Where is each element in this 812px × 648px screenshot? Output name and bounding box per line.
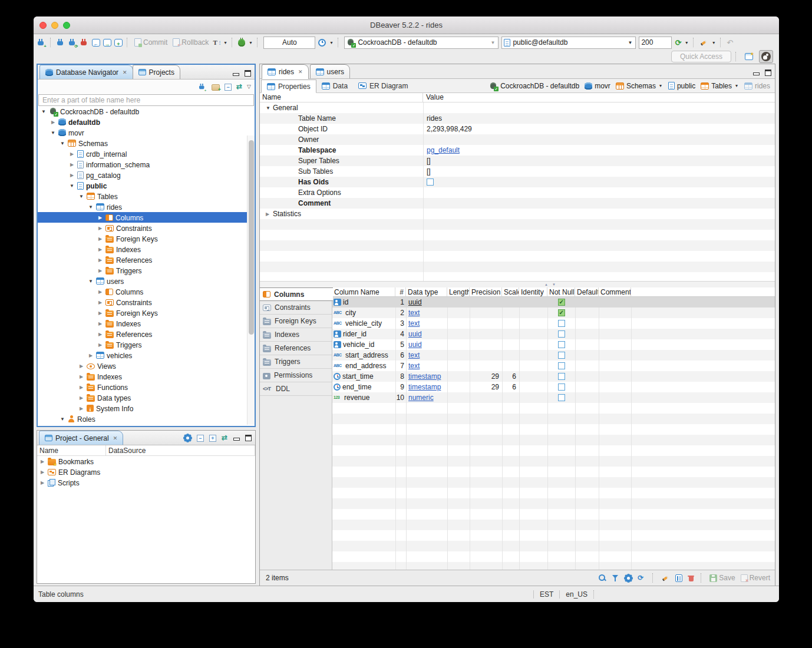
expander-icon[interactable]: ▶	[39, 470, 45, 475]
expander-icon[interactable]: ▶	[97, 310, 103, 316]
quick-access-field[interactable]: Quick Access	[671, 51, 731, 62]
tree-item-connection[interactable]: ▼CockroachDB - defaultdb	[38, 106, 255, 117]
refresh-icon[interactable]	[638, 574, 646, 582]
maximize-view-icon[interactable]	[765, 70, 771, 76]
column-header[interactable]: Not Null	[547, 287, 575, 296]
expander-icon[interactable]: ▶	[97, 257, 103, 263]
tree-item-rides-constraints[interactable]: ▶Constraints	[38, 223, 255, 233]
tree-item-functions[interactable]: ▶Functions	[38, 382, 255, 392]
rollback-button[interactable]: ↩ Rollback	[171, 38, 210, 47]
column-header-name[interactable]: Name	[37, 445, 106, 455]
collapse-all-icon[interactable]	[225, 84, 232, 91]
not-null-checkbox[interactable]	[558, 309, 565, 316]
expander-icon[interactable]: ▶	[97, 236, 103, 242]
data-type-link[interactable]: text	[408, 319, 420, 328]
connection-selector[interactable]: CockroachDB - defaultdb ▼	[344, 37, 499, 49]
property-row-tablespace[interactable]: Tablespacepg_default	[260, 145, 775, 156]
property-group-general[interactable]: ▼General	[260, 103, 775, 113]
link-with-editor-icon[interactable]: ⇄	[236, 82, 242, 91]
tree-item-tables[interactable]: ▼Tables	[38, 191, 255, 201]
not-null-checkbox[interactable]	[558, 373, 565, 380]
settings-gear-icon[interactable]	[184, 434, 192, 442]
dropdown-arrow-icon[interactable]: ▾	[329, 40, 334, 45]
side-tab-indexes[interactable]: Indexes	[260, 328, 332, 342]
expander-icon[interactable]: ▶	[97, 342, 103, 348]
expander-icon[interactable]: ▼	[60, 416, 65, 422]
transaction-log-icon[interactable]	[213, 39, 220, 47]
expander-icon[interactable]: ▶	[78, 363, 84, 369]
tree-item-rides-triggers[interactable]: ▶Triggers	[38, 265, 255, 276]
column-header[interactable]: Length	[447, 287, 470, 296]
tree-item-users-references[interactable]: ▶References	[38, 329, 255, 339]
expander-icon[interactable]: ▼	[50, 130, 56, 135]
title-bar[interactable]: DBeaver 5.2.2 - rides	[34, 16, 779, 34]
side-tab-triggers[interactable]: Triggers	[260, 355, 332, 369]
tree-item-vehicles[interactable]: ▶vehicles	[38, 350, 255, 361]
transaction-history-icon[interactable]	[318, 39, 326, 47]
expander-icon[interactable]: ▼	[266, 105, 271, 111]
table-row[interactable]: revenue 10 numeric	[332, 392, 775, 403]
side-tab-ddl[interactable]: DDL	[260, 382, 332, 396]
scrollbar-thumb[interactable]	[249, 140, 254, 335]
expander-icon[interactable]: ▶	[266, 211, 271, 217]
tree-item-er-diagrams[interactable]: ▶ER Diagrams	[37, 467, 255, 477]
tree-item-bookmarks[interactable]: ▶Bookmarks	[37, 456, 255, 467]
column-header-name[interactable]: Name	[260, 93, 423, 102]
settings-gear-icon[interactable]	[625, 574, 632, 582]
side-tab-permissions[interactable]: Permissions	[260, 369, 332, 382]
property-row-object-id[interactable]: Object ID2,293,998,429	[260, 124, 775, 134]
expander-icon[interactable]: ▶	[78, 385, 84, 390]
expander-icon[interactable]: ▼	[41, 109, 47, 114]
view-menu-icon[interactable]: ▽	[247, 82, 251, 91]
tree-item-roles[interactable]: ▼Roles	[38, 414, 255, 424]
commit-button[interactable]: Commit	[133, 38, 169, 47]
debug-icon[interactable]	[238, 39, 245, 47]
expander-icon[interactable]: ▶	[97, 226, 103, 231]
property-row-table-name[interactable]: Table Namerides	[260, 113, 775, 124]
table-row[interactable]: vehicle_city 3 text	[332, 318, 775, 329]
table-row[interactable]: end_address 7 text	[332, 361, 775, 371]
tab-properties[interactable]: Properties	[261, 80, 316, 93]
breadcrumb-connection[interactable]: CockroachDB - defaultdb	[489, 82, 579, 90]
column-header[interactable]: Column Name	[332, 287, 395, 296]
dropdown-arrow-icon[interactable]: ▾	[223, 40, 227, 45]
close-tab-icon[interactable]: ✕	[123, 70, 127, 75]
table-filter-input[interactable]: Enter a part of table name here	[38, 94, 254, 106]
tree-item-users-foreign-keys[interactable]: ▶Foreign Keys	[38, 308, 255, 318]
expander-icon[interactable]: ▼	[88, 279, 94, 284]
dropdown-arrow-icon[interactable]: ▾	[248, 40, 253, 45]
tree-item-information-schema[interactable]: ▶information_schema	[38, 159, 255, 170]
tree-item-movr[interactable]: ▼movr	[38, 127, 255, 138]
sql-formatter-icon[interactable]	[699, 38, 708, 47]
not-null-checkbox[interactable]	[558, 320, 565, 327]
table-row[interactable]: vehicle_id 5 uuid	[332, 339, 775, 350]
table-row[interactable]: rider_id 4 uuid	[332, 329, 775, 339]
dropdown-arrow-icon[interactable]: ▼	[490, 40, 497, 45]
tree-item-rides[interactable]: ▼rides	[38, 201, 255, 212]
data-type-link[interactable]: numeric	[408, 394, 434, 402]
expander-icon[interactable]: ▶	[97, 268, 103, 273]
tab-project-general[interactable]: Project - General ✕	[39, 431, 123, 445]
property-row-owner[interactable]: Owner	[260, 134, 775, 145]
minimize-view-icon[interactable]	[752, 70, 760, 76]
splitter-sash[interactable]: ▲▼	[260, 282, 775, 287]
new-folder-icon[interactable]	[212, 84, 220, 91]
reconnect-icon[interactable]	[68, 38, 77, 47]
tree-item-rides-columns[interactable]: ▶Columns	[38, 212, 255, 223]
edit-icon[interactable]	[661, 574, 670, 583]
tree-item-indexes[interactable]: ▶Indexes	[38, 371, 255, 382]
expander-icon[interactable]: ▶	[97, 300, 103, 305]
not-null-checkbox[interactable]	[558, 330, 565, 338]
breadcrumb-database[interactable]: movr	[585, 82, 610, 90]
dropdown-arrow-icon[interactable]: ▾	[734, 83, 739, 88]
expander-icon[interactable]: ▶	[69, 173, 75, 178]
table-row[interactable]: id 1 uuid	[332, 297, 775, 308]
column-header[interactable]: #	[395, 287, 406, 296]
new-sql-editor-icon[interactable]	[114, 39, 123, 47]
dropdown-arrow-icon[interactable]: ▾	[658, 83, 663, 88]
delete-icon[interactable]	[688, 574, 694, 582]
table-row[interactable]: start_address 6 text	[332, 350, 775, 361]
column-header[interactable]: Comment	[599, 287, 631, 296]
property-row-extra-options[interactable]: Extra Options	[260, 187, 775, 198]
not-null-checkbox[interactable]	[558, 394, 565, 401]
